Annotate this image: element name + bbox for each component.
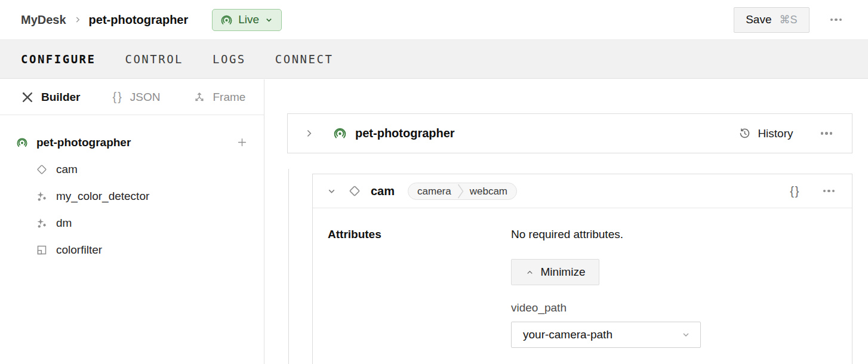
tree-item-dm[interactable]: dm xyxy=(0,209,264,236)
axes-icon xyxy=(193,91,206,104)
tree-item-my-color-detector[interactable]: my_color_detector xyxy=(0,183,264,209)
machine-online-icon xyxy=(333,127,347,140)
resource-name: cam xyxy=(371,184,395,198)
part-menu-button[interactable] xyxy=(818,129,835,137)
tree-colorfilter-label: colorfilter xyxy=(56,243,102,257)
tree-machine-label: pet-photographer xyxy=(36,136,131,149)
video-path-label: video_path xyxy=(511,301,567,314)
video-path-value: your-camera-path xyxy=(523,328,612,341)
mode-frame[interactable]: Frame xyxy=(193,91,246,104)
machine-part-card: pet-photographer History xyxy=(287,113,852,153)
history-icon xyxy=(738,127,751,140)
resource-type-badge: camera webcam xyxy=(408,183,517,200)
braces-icon: {} xyxy=(112,90,122,104)
history-label: History xyxy=(758,127,793,140)
tab-connect[interactable]: CONNECT xyxy=(275,53,334,66)
breadcrumb-parent-link[interactable]: MyDesk xyxy=(21,13,66,27)
tree-dm-label: dm xyxy=(56,217,72,230)
tree-item-machine[interactable]: pet-photographer xyxy=(0,129,264,156)
tree-item-colorfilter[interactable]: colorfilter xyxy=(0,236,264,263)
app-header: MyDesk pet-photographer Live Save ⌘S xyxy=(0,0,868,40)
service-sparkles-icon xyxy=(36,217,48,229)
mode-frame-label: Frame xyxy=(213,91,246,104)
status-label: Live xyxy=(238,13,259,26)
resource-card-cam: cam camera webcam {} Attributes No requi… xyxy=(312,174,852,364)
machine-status-dropdown[interactable]: Live xyxy=(212,9,282,31)
chevron-down-icon xyxy=(681,330,691,340)
save-label: Save xyxy=(746,13,771,26)
minimize-label: Minimize xyxy=(541,266,586,279)
edit-json-button[interactable]: {} xyxy=(790,184,800,198)
no-required-attributes-text: No required attributes. xyxy=(511,228,623,241)
config-main-panel: pet-photographer History ca xyxy=(264,79,868,364)
badge-model: webcam xyxy=(464,183,516,199)
component-diamond-icon xyxy=(36,164,48,175)
badge-type: camera xyxy=(408,183,457,199)
breadcrumb-current: pet-photographer xyxy=(89,13,189,27)
mode-json-label: JSON xyxy=(130,91,161,104)
tree-item-cam[interactable]: cam xyxy=(0,156,264,183)
add-resource-button[interactable] xyxy=(236,137,248,148)
mode-json[interactable]: {} JSON xyxy=(112,90,160,104)
tab-logs[interactable]: LOGS xyxy=(213,53,246,66)
tools-icon xyxy=(21,91,34,104)
breadcrumb-separator-icon xyxy=(73,16,82,24)
video-path-select[interactable]: your-camera-path xyxy=(511,322,701,348)
resource-tree: pet-photographer cam my_color_detec xyxy=(0,129,264,263)
header-menu-button[interactable] xyxy=(828,16,845,24)
chevron-right-icon[interactable] xyxy=(304,128,314,138)
chevron-separator-icon xyxy=(457,183,464,200)
machine-online-icon xyxy=(16,137,28,149)
resource-card-body: Attributes No required attributes. Minim… xyxy=(313,208,852,364)
main-tabbar: CONFIGURE CONTROL LOGS CONNECT xyxy=(0,40,868,79)
service-sparkles-icon xyxy=(36,190,48,202)
mode-builder-label: Builder xyxy=(41,91,80,104)
config-sidebar: Builder {} JSON Frame xyxy=(0,79,264,364)
save-button[interactable]: Save ⌘S xyxy=(734,7,809,33)
tree-my-color-detector-label: my_color_detector xyxy=(56,190,149,203)
resource-card-header: cam camera webcam {} xyxy=(313,174,852,208)
nested-resources-indent-line xyxy=(288,169,289,364)
component-diamond-icon xyxy=(348,184,361,198)
minimize-button[interactable]: Minimize xyxy=(511,259,599,285)
history-button[interactable]: History xyxy=(738,127,793,140)
breadcrumb: MyDesk pet-photographer xyxy=(21,13,188,27)
chevron-down-icon[interactable] xyxy=(327,186,337,196)
part-title: pet-photographer xyxy=(355,127,455,140)
chevron-up-icon xyxy=(525,268,534,277)
module-icon xyxy=(36,244,48,256)
tab-control[interactable]: CONTROL xyxy=(125,53,183,66)
tree-cam-label: cam xyxy=(56,163,78,176)
mode-builder[interactable]: Builder xyxy=(21,91,80,104)
tab-configure[interactable]: CONFIGURE xyxy=(21,53,96,66)
chevron-down-icon xyxy=(264,16,273,24)
broadcast-icon xyxy=(220,14,233,26)
resource-menu-button[interactable] xyxy=(821,187,838,195)
attributes-section-label: Attributes xyxy=(328,228,381,241)
save-shortcut: ⌘S xyxy=(779,13,797,26)
sidebar-mode-switcher: Builder {} JSON Frame xyxy=(0,79,264,115)
